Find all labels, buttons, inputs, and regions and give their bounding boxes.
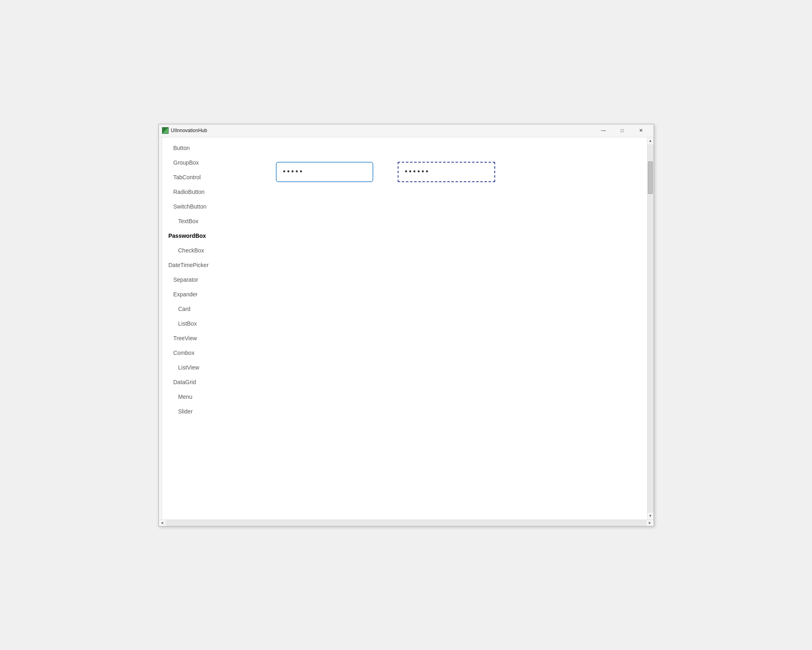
left-scroll-indicator (159, 137, 162, 520)
window-body: Button GroupBox TabControl RadioButton S… (159, 137, 654, 520)
sidebar-item-button[interactable]: Button (162, 141, 251, 155)
app-icon (162, 127, 169, 134)
sidebar-item-listbox[interactable]: ListBox (162, 316, 251, 331)
maximize-button[interactable]: □ (613, 124, 632, 137)
sidebar-item-datetimepicker[interactable]: DateTimePicker (162, 258, 251, 272)
bottom-scrollbar: ◄ ► (159, 520, 654, 526)
window-title: UIInnovationHub (171, 128, 207, 133)
password-boxes-row (276, 162, 623, 182)
scroll-thumb[interactable] (648, 161, 653, 194)
down-arrow-icon: ▼ (649, 514, 652, 518)
sidebar-item-passwordbox[interactable]: PasswordBox (162, 228, 251, 243)
sidebar-item-combox[interactable]: Combox (162, 346, 251, 360)
sidebar-item-card[interactable]: Card (162, 302, 251, 316)
minimize-button[interactable]: — (594, 124, 613, 137)
password-input-dashed[interactable] (398, 162, 495, 182)
scroll-track[interactable] (647, 144, 654, 513)
password-input-normal[interactable] (276, 162, 373, 182)
sidebar-item-treeview[interactable]: TreeView (162, 331, 251, 346)
title-bar-controls: — □ ✕ (594, 124, 650, 137)
close-button[interactable]: ✕ (632, 124, 650, 137)
right-scrollbar: ▲ ▼ (647, 137, 654, 520)
minimize-icon: — (601, 128, 606, 133)
sidebar-item-datagrid[interactable]: DataGrid (162, 375, 251, 389)
up-arrow-icon: ▲ (649, 139, 652, 143)
sidebar-item-slider[interactable]: Slider (162, 404, 251, 419)
title-bar-left: UIInnovationHub (162, 127, 207, 134)
sidebar-item-listview[interactable]: ListView (162, 360, 251, 375)
scroll-down-arrow[interactable]: ▼ (647, 513, 654, 520)
scroll-left-arrow[interactable]: ◄ (159, 520, 166, 526)
app-window: UIInnovationHub — □ ✕ Button GroupBox Ta… (158, 124, 654, 526)
sidebar-item-separator[interactable]: Separator (162, 272, 251, 287)
close-icon: ✕ (639, 128, 643, 133)
sidebar-item-checkbox[interactable]: CheckBox (162, 243, 251, 258)
sidebar-item-textbox[interactable]: TextBox (162, 214, 251, 228)
main-content (251, 137, 647, 520)
sidebar-item-menu[interactable]: Menu (162, 389, 251, 404)
scroll-right-arrow[interactable]: ► (647, 520, 654, 526)
sidebar: Button GroupBox TabControl RadioButton S… (162, 137, 251, 520)
sidebar-item-groupbox[interactable]: GroupBox (162, 155, 251, 170)
right-arrow-icon: ► (648, 521, 652, 525)
title-bar: UIInnovationHub — □ ✕ (159, 124, 654, 137)
sidebar-item-expander[interactable]: Expander (162, 287, 251, 302)
maximize-icon: □ (621, 128, 624, 133)
left-arrow-icon: ◄ (160, 521, 164, 525)
sidebar-item-tabcontrol[interactable]: TabControl (162, 170, 251, 185)
bottom-scroll-track[interactable] (166, 520, 647, 526)
scroll-up-arrow[interactable]: ▲ (647, 137, 654, 144)
sidebar-item-switchbutton[interactable]: SwitchButton (162, 199, 251, 214)
sidebar-item-radiobutton[interactable]: RadioButton (162, 185, 251, 199)
